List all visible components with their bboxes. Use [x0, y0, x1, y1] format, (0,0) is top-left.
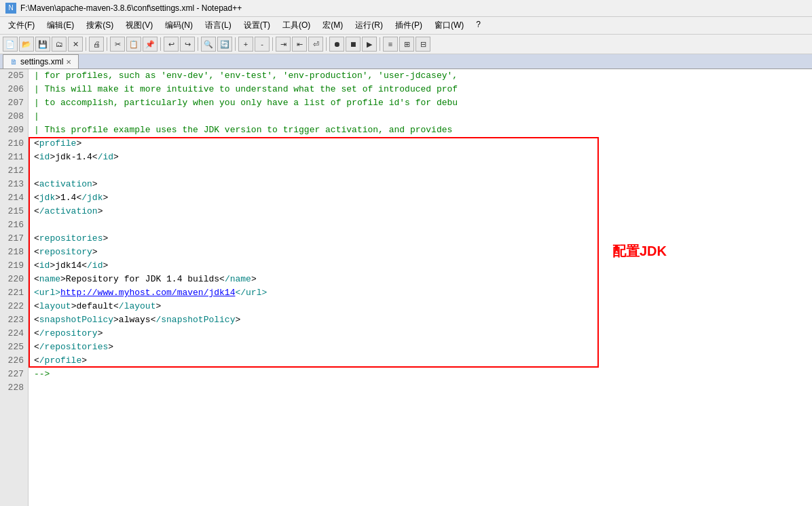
sep5 [235, 37, 236, 51]
tb-save[interactable]: 💾 [35, 37, 50, 52]
sep2 [107, 37, 107, 51]
line-number: 216 [0, 218, 28, 232]
menu-macro[interactable]: 宏(M) [317, 18, 348, 33]
line-numbers: 2052062072082092102112122132142152162172… [0, 69, 29, 506]
sep7 [326, 37, 327, 51]
line-number: 226 [0, 354, 28, 368]
menu-help[interactable]: ? [470, 18, 486, 33]
line-number: 228 [0, 381, 28, 395]
tb-find[interactable]: 🔍 [201, 37, 216, 52]
code-line: | This will make it more intuitive to un… [34, 83, 812, 96]
tb-zoom-out[interactable]: - [255, 37, 270, 52]
menu-window[interactable]: 窗口(W) [429, 18, 469, 33]
sep4 [198, 37, 198, 51]
line-number: 224 [0, 327, 28, 340]
tab-bar: 🗎 settings.xml ✕ [0, 54, 812, 69]
code-line: <url>http://www.myhost.com/maven/jdk14</… [34, 286, 812, 300]
code-line: <repositories> [34, 232, 812, 246]
code-line: | This profile example uses the JDK vers… [34, 123, 812, 137]
tb-zoom-in[interactable]: + [238, 37, 253, 52]
line-number: 213 [0, 178, 28, 191]
sep8 [380, 37, 380, 51]
tb-new[interactable]: 📄 [3, 37, 18, 52]
tb-redo[interactable]: ↪ [180, 37, 195, 52]
line-number: 227 [0, 368, 28, 381]
code-line [34, 164, 812, 178]
tb-copy[interactable]: 📋 [126, 37, 141, 52]
line-number: 219 [0, 259, 28, 273]
code-line: <snapshotPolicy>always</snapshotPolicy> [34, 313, 812, 327]
line-number: 205 [0, 69, 28, 83]
menu-tools[interactable]: 工具(O) [277, 18, 316, 33]
tb-extra3[interactable]: ⊟ [416, 37, 430, 52]
line-number: 218 [0, 246, 28, 259]
code-line: <id>jdk-1.4</id> [34, 151, 812, 164]
sep1 [86, 37, 86, 51]
editor-area: 2052062072082092102112122132142152162172… [0, 69, 812, 506]
tb-macro-stop[interactable]: ⏹ [346, 37, 361, 52]
code-line: <id>jdk14</id> [34, 259, 812, 273]
line-number: 215 [0, 205, 28, 218]
menu-bar: 文件(F) 编辑(E) 搜索(S) 视图(V) 编码(N) 语言(L) 设置(T… [0, 17, 812, 35]
tb-macro-rec[interactable]: ⏺ [329, 37, 344, 52]
code-line: <profile> [34, 137, 812, 151]
annotation-text: 配置JDK [612, 242, 667, 260]
tb-unindent[interactable]: ⇤ [292, 37, 307, 52]
tb-undo[interactable]: ↩ [164, 37, 179, 52]
code-line: </profile> [34, 354, 812, 368]
tb-paste[interactable]: 📌 [143, 37, 158, 52]
title-bar: N F:\Maven\apache-maven-3.8.6\conf\setti… [0, 0, 812, 17]
menu-view[interactable]: 视图(V) [120, 18, 158, 33]
tb-print[interactable]: 🖨 [89, 37, 104, 52]
line-number: 211 [0, 151, 28, 164]
tab-settings-xml[interactable]: 🗎 settings.xml ✕ [3, 54, 79, 69]
window-title: F:\Maven\apache-maven-3.8.6\conf\setting… [20, 3, 242, 13]
line-number: 220 [0, 273, 28, 286]
code-line: </repository> [34, 327, 812, 340]
tb-extra1[interactable]: ≡ [383, 37, 398, 52]
code-line: | to accomplish, particularly when you o… [34, 96, 812, 110]
tb-cut[interactable]: ✂ [110, 37, 125, 52]
code-line: | [34, 110, 812, 123]
tb-save-all[interactable]: 🗂 [52, 37, 67, 52]
line-number: 223 [0, 313, 28, 327]
line-number: 217 [0, 232, 28, 246]
menu-run[interactable]: 运行(R) [350, 18, 388, 33]
menu-edit[interactable]: 编辑(E) [41, 18, 79, 33]
tb-replace[interactable]: 🔄 [217, 37, 232, 52]
line-number: 212 [0, 164, 28, 178]
line-number: 206 [0, 83, 28, 96]
code-line: </repositories> [34, 340, 812, 354]
tb-indent[interactable]: ⇥ [276, 37, 291, 52]
tb-wrap[interactable]: ⏎ [308, 37, 323, 52]
code-line [34, 381, 812, 395]
line-number: 209 [0, 123, 28, 137]
menu-settings[interactable]: 设置(T) [238, 18, 276, 33]
code-line: </activation> [34, 205, 812, 218]
menu-search[interactable]: 搜索(S) [81, 18, 119, 33]
tb-macro-play[interactable]: ▶ [362, 37, 377, 52]
toolbar: 📄 📂 💾 🗂 ✕ 🖨 ✂ 📋 📌 ↩ ↪ 🔍 🔄 + - ⇥ ⇤ ⏎ ⏺ ⏹ … [0, 35, 812, 54]
tb-extra2[interactable]: ⊞ [399, 37, 414, 52]
code-line: <jdk>1.4</jdk> [34, 191, 812, 205]
code-line: <layout>default</layout> [34, 300, 812, 313]
code-line: <activation> [34, 178, 812, 191]
line-number: 208 [0, 110, 28, 123]
tb-open[interactable]: 📂 [19, 37, 34, 52]
app-icon: N [5, 3, 16, 14]
menu-lang[interactable]: 语言(L) [200, 18, 237, 33]
code-content[interactable]: 配置JDK | for profiles, such as 'env-dev',… [29, 69, 812, 506]
code-line [34, 218, 812, 232]
sep3 [160, 37, 161, 51]
menu-file[interactable]: 文件(F) [3, 18, 40, 33]
menu-plugins[interactable]: 插件(P) [390, 18, 428, 33]
line-number: 210 [0, 137, 28, 151]
line-number: 221 [0, 286, 28, 300]
tab-close-icon[interactable]: ✕ [66, 58, 71, 66]
tb-close[interactable]: ✕ [68, 37, 83, 52]
code-line: | for profiles, such as 'env-dev', 'env-… [34, 69, 812, 83]
menu-encode[interactable]: 编码(N) [160, 18, 198, 33]
tab-icon: 🗎 [10, 58, 18, 66]
line-number: 214 [0, 191, 28, 205]
code-line: <repository> [34, 246, 812, 259]
